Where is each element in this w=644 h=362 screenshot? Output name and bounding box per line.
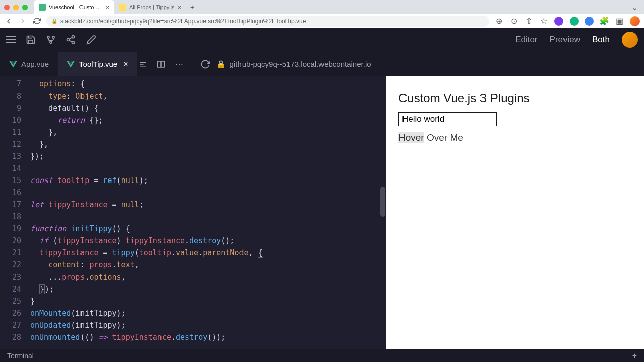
save-button[interactable] xyxy=(25,34,36,45)
minimize-window-icon[interactable] xyxy=(13,5,19,10)
forward-button[interactable] xyxy=(18,17,27,26)
preview-url-text: github-pqcy9q--5173.local.webcontainer.i… xyxy=(230,60,371,68)
extensions-icon[interactable]: 🧩 xyxy=(600,17,609,26)
new-tab-button[interactable]: + xyxy=(186,3,198,11)
browser-tab-bar: Vueschool - Custom Vue Js 3 ... × All Pr… xyxy=(0,0,644,14)
preview-content: Custom Vue.js 3 Plugins Hover Over Me xyxy=(386,76,644,158)
preview-view-button[interactable]: Preview xyxy=(550,35,580,45)
edit-button[interactable] xyxy=(86,34,97,45)
code-content[interactable]: options: { type: Object, default() { ret… xyxy=(30,76,386,349)
browser-tab-2[interactable]: All Props | Tippy.js × xyxy=(114,0,186,14)
file-tab-label: App.vue xyxy=(21,60,49,68)
preview-text-input[interactable] xyxy=(398,112,497,126)
window-controls xyxy=(4,5,28,10)
tippy-favicon-icon xyxy=(119,4,126,11)
browser-actions: ⊕ ⊙ ⇧ ☆ 🧩 ▣ xyxy=(494,16,640,26)
svg-point-2 xyxy=(50,41,52,43)
close-tab-icon[interactable]: × xyxy=(177,4,181,11)
share-button[interactable] xyxy=(65,34,76,45)
profile-avatar-icon[interactable] xyxy=(630,16,640,26)
new-terminal-button[interactable]: + xyxy=(632,351,637,360)
vue-icon xyxy=(67,61,75,68)
hover-target[interactable]: Hover Over Me xyxy=(398,132,632,143)
format-icon[interactable] xyxy=(137,59,148,70)
close-tab-icon[interactable]: × xyxy=(105,4,109,11)
fork-button[interactable] xyxy=(45,34,56,45)
tabs-menu-icon[interactable]: ⌄ xyxy=(631,3,638,12)
share-icon[interactable]: ⇧ xyxy=(524,17,533,26)
lock-icon: 🔒 xyxy=(51,18,57,24)
scrollbar-vertical[interactable] xyxy=(380,187,385,217)
line-gutter: 7891011121314151617181920212223242526272… xyxy=(0,76,30,349)
url-text: stackblitz.com/edit/github-pqcy9q?file=s… xyxy=(60,18,306,25)
extension-1-icon[interactable] xyxy=(554,17,564,26)
editor-pane[interactable]: 7891011121314151617181920212223242526272… xyxy=(0,76,386,349)
reload-button[interactable] xyxy=(32,17,41,26)
preview-lock-icon: 🔒 xyxy=(216,60,226,69)
terminal-label: Terminal xyxy=(7,352,34,360)
svg-point-4 xyxy=(67,39,70,41)
tab-title: All Props | Tippy.js xyxy=(129,4,174,10)
svg-point-1 xyxy=(52,36,54,38)
file-tab-tooltip[interactable]: ToolTip.vue × xyxy=(58,52,137,76)
close-window-icon[interactable] xyxy=(4,5,10,10)
both-view-button[interactable]: Both xyxy=(592,35,610,45)
editor-view-button[interactable]: Editor xyxy=(515,35,537,45)
address-bar-row: 🔒 stackblitz.com/edit/github-pqcy9q?file… xyxy=(0,14,644,28)
back-button[interactable] xyxy=(4,17,13,26)
preview-pane: Custom Vue.js 3 Plugins Hover Over Me xyxy=(386,76,644,349)
split-icon[interactable] xyxy=(155,59,167,70)
browser-tab-1[interactable]: Vueschool - Custom Vue Js 3 ... × xyxy=(34,0,114,14)
maximize-window-icon[interactable] xyxy=(22,5,28,10)
svg-point-0 xyxy=(47,36,49,38)
browser-chrome: Vueschool - Custom Vue Js 3 ... × All Pr… xyxy=(0,0,644,28)
user-avatar[interactable] xyxy=(622,32,638,48)
url-input[interactable]: 🔒 stackblitz.com/edit/github-pqcy9q?file… xyxy=(46,16,489,27)
stackblitz-toolbar: Editor Preview Both xyxy=(0,28,644,52)
vue-favicon-icon xyxy=(39,4,46,11)
bookmark-icon[interactable]: ☆ xyxy=(539,17,548,26)
preview-address-bar: 🔒 github-pqcy9q--5173.local.webcontainer… xyxy=(192,52,644,76)
extension-2-icon[interactable] xyxy=(570,17,579,26)
zoom-icon[interactable]: ⊙ xyxy=(509,17,518,26)
terminal-bar[interactable]: Terminal + xyxy=(0,349,644,362)
svg-line-7 xyxy=(69,37,72,39)
svg-point-3 xyxy=(72,36,75,38)
install-icon[interactable]: ⊕ xyxy=(494,17,503,26)
svg-point-5 xyxy=(72,41,75,44)
menu-button[interactable] xyxy=(6,36,16,43)
close-file-icon[interactable]: × xyxy=(123,60,128,69)
file-tabs-row: App.vue ToolTip.vue × ⋯ 🔒 github-pqcy9q-… xyxy=(0,52,644,76)
svg-line-6 xyxy=(69,40,72,42)
sidepanel-icon[interactable]: ▣ xyxy=(615,17,624,26)
vue-icon xyxy=(9,61,17,68)
extension-3-icon[interactable] xyxy=(585,17,594,26)
preview-heading: Custom Vue.js 3 Plugins xyxy=(398,91,632,105)
file-tab-app[interactable]: App.vue xyxy=(0,52,58,76)
tab-title: Vueschool - Custom Vue Js 3 ... xyxy=(49,4,102,10)
main-split: 7891011121314151617181920212223242526272… xyxy=(0,76,644,349)
preview-reload-button[interactable] xyxy=(200,59,210,69)
more-icon[interactable]: ⋯ xyxy=(174,59,185,70)
file-tab-label: ToolTip.vue xyxy=(79,60,117,68)
